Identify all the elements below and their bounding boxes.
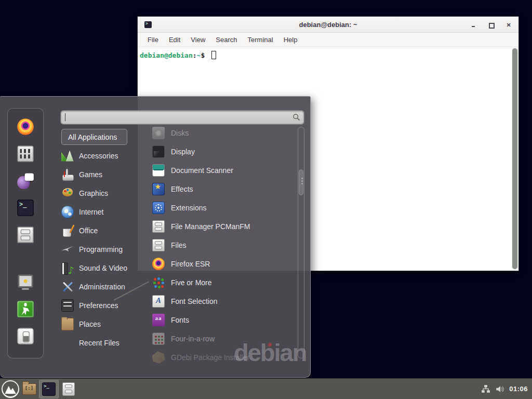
category-icon <box>61 281 74 293</box>
category-item[interactable]: Preferences <box>61 296 145 315</box>
favorite-app-button[interactable] <box>17 226 34 243</box>
application-icon <box>152 314 165 326</box>
file-cabinet-icon <box>62 382 75 396</box>
application-item[interactable]: Firefox ESR <box>147 255 296 273</box>
application-item[interactable]: Fonts <box>147 311 296 329</box>
network-icon[interactable] <box>481 384 490 394</box>
terminal-window-icon <box>144 21 152 28</box>
application-icon <box>152 332 165 345</box>
application-list: Disks Display Document Scanner Effects E… <box>147 124 296 367</box>
minimize-button[interactable] <box>471 22 476 28</box>
favorites-sidebar <box>7 108 44 358</box>
favorite-app-button[interactable] <box>17 145 34 162</box>
terminal-scrollbar-thumb[interactable] <box>512 48 517 269</box>
terminal-icon <box>42 382 56 396</box>
application-item[interactable]: GDebi Package Installer <box>147 348 296 367</box>
taskbar-clock[interactable]: 01:06 <box>509 385 528 393</box>
session-icon <box>17 274 34 290</box>
category-item[interactable]: Places <box>61 315 145 334</box>
category-item[interactable]: Recent Files <box>61 334 145 352</box>
terminal-menu-item[interactable]: Help <box>279 34 302 45</box>
application-item[interactable]: Display <box>147 142 296 161</box>
taskbar-files-button[interactable] <box>59 380 78 398</box>
category-item[interactable]: Games <box>61 165 145 184</box>
category-icon <box>61 206 74 218</box>
category-icon <box>61 318 74 330</box>
taskbar-terminal-button[interactable] <box>39 380 59 398</box>
application-item[interactable]: Files <box>147 236 296 255</box>
menu-scrollbar[interactable] <box>298 127 304 358</box>
category-icon <box>61 243 74 256</box>
terminal-menu-item[interactable]: Search <box>211 34 242 45</box>
menu-search-input[interactable] <box>61 111 303 124</box>
taskbar-file-manager-button[interactable] <box>19 380 39 398</box>
session-button[interactable] <box>17 300 34 317</box>
application-item[interactable]: Five or More <box>147 273 296 292</box>
session-buttons <box>17 273 34 344</box>
category-icon <box>61 262 74 274</box>
application-icon <box>152 145 165 158</box>
terminal-titlebar[interactable]: debian@debian: ~ ✕ <box>138 17 518 33</box>
category-icon <box>61 150 74 162</box>
menu-scrollbar-thumb[interactable] <box>299 169 303 195</box>
session-icon <box>17 328 34 344</box>
terminal-scrollbar[interactable] <box>512 48 518 270</box>
application-icon <box>152 183 165 195</box>
favorite-app-button[interactable] <box>17 199 34 216</box>
close-button[interactable]: ✕ <box>506 22 511 28</box>
category-item[interactable]: Sound & Video <box>61 259 145 277</box>
application-item[interactable]: File Manager PCManFM <box>147 217 296 236</box>
taskbar: 01:06 <box>0 378 532 399</box>
prompt-user-host: debian@debian <box>140 51 193 59</box>
search-icon <box>292 113 301 122</box>
terminal-window-title: debian@debian: ~ <box>299 21 357 29</box>
application-item[interactable]: Four-in-a-row <box>147 329 296 348</box>
category-icon <box>61 168 74 181</box>
session-button[interactable] <box>17 273 34 290</box>
folder-icon <box>22 383 36 395</box>
maximize-button[interactable] <box>488 22 494 28</box>
scrollbar-grip <box>301 180 303 182</box>
terminal-menubar: FileEditViewSearchTerminalHelp <box>138 33 518 47</box>
category-icon <box>61 224 74 237</box>
terminal-cursor <box>211 51 216 59</box>
application-item[interactable]: Document Scanner <box>147 161 296 180</box>
category-item[interactable]: All Applications <box>61 129 127 145</box>
terminal-menu-item[interactable]: File <box>143 34 163 45</box>
category-item[interactable]: Programming <box>61 240 145 259</box>
favorite-app-button[interactable] <box>17 172 34 189</box>
category-item[interactable]: Accessories <box>61 147 145 165</box>
favorite-apps <box>17 118 34 243</box>
volume-icon[interactable] <box>495 384 504 394</box>
application-item[interactable]: Effects <box>147 180 296 198</box>
category-item[interactable]: Internet <box>61 203 145 221</box>
category-item[interactable]: Graphics <box>61 184 145 203</box>
terminal-menu-item[interactable]: View <box>186 34 210 45</box>
category-list: All Applications Accessories Games Graph… <box>61 128 145 352</box>
application-icon <box>152 239 165 251</box>
favorite-app-icon <box>17 172 34 189</box>
session-button[interactable] <box>17 327 34 344</box>
terminal-prompt: debian@debian:~$ <box>140 51 216 59</box>
category-icon <box>61 299 74 312</box>
application-item[interactable]: Extensions <box>147 198 296 217</box>
favorite-app-icon <box>17 118 34 135</box>
category-item[interactable]: Administration <box>61 277 145 296</box>
application-icon <box>152 220 165 233</box>
application-icon <box>151 350 165 364</box>
terminal-menu-item[interactable]: Terminal <box>243 34 278 45</box>
terminal-menu-item[interactable]: Edit <box>164 34 185 45</box>
application-item[interactable]: Font Selection <box>147 292 296 311</box>
favorite-app-icon <box>17 227 34 243</box>
favorite-app-button[interactable] <box>17 118 34 135</box>
desktop: debian@debian: ~ ✕ FileEditViewSearchTer… <box>0 0 532 399</box>
application-icon <box>152 276 165 289</box>
menu-button[interactable] <box>2 380 19 398</box>
application-item[interactable]: Disks <box>147 124 296 142</box>
menu-button-icon <box>2 380 19 398</box>
application-menu: debian All Applications <box>0 96 311 378</box>
session-icon <box>17 301 34 317</box>
favorite-app-icon <box>17 145 34 162</box>
category-item[interactable]: Office <box>61 221 145 240</box>
application-icon <box>152 202 165 214</box>
